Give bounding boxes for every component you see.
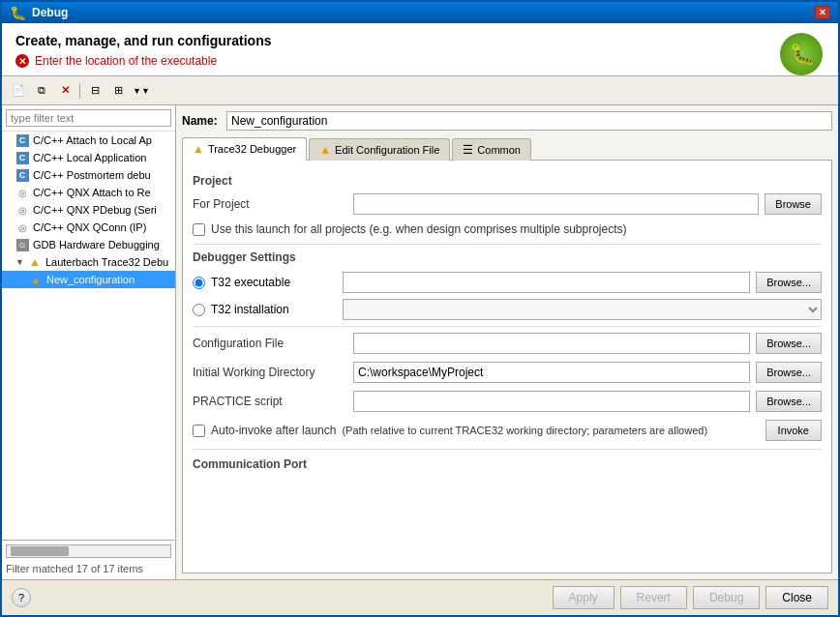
apply-btn[interactable]: Apply xyxy=(553,586,615,609)
config-content: Project For Project Browse Use this laun… xyxy=(182,161,832,573)
header-error: ✕ Enter the location of the executable xyxy=(15,54,825,68)
tree-area: C C/C++ Attach to Local Ap C C/C++ Local… xyxy=(2,132,175,540)
filter-btn[interactable]: ▼▼ xyxy=(131,80,152,102)
for-project-browse-btn[interactable]: Browse xyxy=(765,193,822,215)
name-row: Name: xyxy=(182,111,832,131)
tree-item-new-config[interactable]: ▲ New_configuration xyxy=(2,271,175,288)
tree-item-gdb[interactable]: G GDB Hardware Debugging xyxy=(2,236,175,253)
title-bar: 🐛 Debug ✕ xyxy=(2,2,838,23)
window-icon: 🐛 xyxy=(10,5,26,20)
section-divider-3 xyxy=(193,449,822,450)
trace32-child-icon: ▲ xyxy=(29,273,43,286)
duplicate-config-btn[interactable]: ⧉ xyxy=(31,80,52,102)
collapse-all-btn[interactable]: ⊟ xyxy=(84,80,105,102)
qnx-icon-3: ◎ xyxy=(15,220,29,234)
debug-btn[interactable]: Debug xyxy=(693,586,760,609)
practice-script-browse-btn[interactable]: Browse... xyxy=(756,391,822,412)
help-btn[interactable]: ? xyxy=(12,588,31,607)
tab-edit-config[interactable]: ▲ Edit Configuration File xyxy=(309,138,450,161)
trace32-tab-icon: ▲ xyxy=(193,142,204,156)
filter-input-wrap xyxy=(2,105,175,132)
tree-item-c-qnx-attach[interactable]: ◎ C/C++ QNX Attach to Re xyxy=(2,184,175,201)
tree-item-label: C/C++ QNX PDebug (Seri xyxy=(33,204,157,216)
tree-item-c-local[interactable]: C C/C++ Local Application xyxy=(2,149,175,166)
tree-item-c-qnx-pdebug[interactable]: ◎ C/C++ QNX PDebug (Seri xyxy=(2,201,175,219)
tree-item-label: GDB Hardware Debugging xyxy=(33,239,160,250)
project-section-label: Project xyxy=(193,174,822,188)
t32-installation-radio[interactable] xyxy=(193,304,205,316)
filter-status: Filter matched 17 of 17 items xyxy=(6,563,143,574)
config-file-input[interactable] xyxy=(353,333,750,354)
config-file-row: Configuration File Browse... xyxy=(193,333,822,354)
tree-item-c-qnx-qconn[interactable]: ◎ C/C++ QNX QConn (IP) xyxy=(2,219,175,236)
scrollbar[interactable] xyxy=(6,544,171,558)
tab-trace32[interactable]: ▲ Trace32 Debugger xyxy=(182,137,307,161)
filter-input[interactable] xyxy=(6,109,171,127)
bug-logo: 🐛 xyxy=(780,33,823,75)
t32-installation-row: T32 installation xyxy=(193,299,822,320)
c-icon-1: C xyxy=(15,133,29,147)
tab-common[interactable]: ☰ Common xyxy=(452,138,531,161)
communication-port-label: Communication Port xyxy=(193,457,822,471)
tree-item-label: C/C++ QNX QConn (IP) xyxy=(33,221,146,233)
tree-item-c-attach[interactable]: C C/C++ Attach to Local Ap xyxy=(2,132,175,149)
section-divider-2 xyxy=(193,326,822,327)
expand-all-btn[interactable]: ⊞ xyxy=(107,80,129,102)
practice-script-row: PRACTICE script Browse... xyxy=(193,391,822,412)
error-message: Enter the location of the executable xyxy=(35,54,217,68)
auto-invoke-hint: (Path relative to current TRACE32 workin… xyxy=(342,425,759,436)
tree-item-label: C/C++ Postmortem debu xyxy=(33,169,151,181)
bottom-left: ? xyxy=(12,588,31,607)
t32-executable-label: T32 executable xyxy=(211,276,337,289)
tree-item-label: C/C++ Attach to Local Ap xyxy=(33,134,152,146)
bottom-bar: ? Apply Revert Debug Close xyxy=(2,579,838,615)
revert-btn[interactable]: Revert xyxy=(620,586,687,609)
tree-item-label: Lauterbach Trace32 Debu xyxy=(45,256,168,268)
toolbar: 📄 ⧉ ✕ ⊟ ⊞ ▼▼ xyxy=(2,76,838,105)
close-btn[interactable]: Close xyxy=(765,586,828,609)
working-dir-input[interactable] xyxy=(353,362,750,383)
tab-common-label: Common xyxy=(477,144,521,156)
tree-item-label: New_configuration xyxy=(46,274,135,285)
delete-config-btn[interactable]: ✕ xyxy=(54,80,75,102)
close-window-btn[interactable]: ✕ xyxy=(815,6,830,19)
c-icon-2: C xyxy=(15,151,29,164)
expand-arrow: ▼ xyxy=(15,257,24,267)
left-panel-bottom: Filter matched 17 of 17 items xyxy=(2,540,175,579)
for-project-input[interactable] xyxy=(353,193,759,215)
invoke-btn[interactable]: Invoke xyxy=(765,420,822,441)
trace32-group-icon: ▲ xyxy=(28,255,42,269)
tree-item-lauterbach-group[interactable]: ▼ ▲ Lauterbach Trace32 Debu xyxy=(2,253,175,271)
debugger-settings-label: Debugger Settings xyxy=(193,250,822,264)
config-file-label: Configuration File xyxy=(193,337,347,350)
auto-invoke-label: Auto-invoke after launch xyxy=(211,424,336,437)
debug-window: 🐛 Debug ✕ Create, manage, and run config… xyxy=(0,0,840,617)
t32-executable-row: T32 executable Browse... xyxy=(193,272,822,293)
t32-executable-browse-btn[interactable]: Browse... xyxy=(756,272,822,293)
name-input[interactable] xyxy=(226,111,832,131)
practice-script-input[interactable] xyxy=(353,391,750,412)
t32-executable-input[interactable] xyxy=(343,272,750,293)
working-dir-browse-btn[interactable]: Browse... xyxy=(756,362,822,383)
use-launch-label: Use this launch for all projects (e.g. w… xyxy=(211,222,627,236)
toolbar-sep-1 xyxy=(79,83,80,99)
use-launch-checkbox[interactable] xyxy=(193,223,205,236)
edit-config-tab-icon: ▲ xyxy=(319,143,331,157)
auto-invoke-checkbox[interactable] xyxy=(193,425,205,437)
t32-executable-radio[interactable] xyxy=(193,277,205,289)
config-file-browse-btn[interactable]: Browse... xyxy=(756,333,822,354)
new-config-btn[interactable]: 📄 xyxy=(8,80,29,102)
window-title: Debug xyxy=(32,6,68,19)
tab-trace32-label: Trace32 Debugger xyxy=(208,143,296,155)
main-content: C C/C++ Attach to Local Ap C C/C++ Local… xyxy=(2,105,838,579)
working-dir-label: Initial Working Directory xyxy=(193,366,347,379)
tabs-bar: ▲ Trace32 Debugger ▲ Edit Configuration … xyxy=(182,136,832,161)
auto-invoke-row: Auto-invoke after launch (Path relative … xyxy=(193,420,822,441)
page-title: Create, manage, and run configurations xyxy=(15,33,825,48)
title-bar-buttons: ✕ xyxy=(815,6,830,19)
t32-installation-select[interactable] xyxy=(343,299,822,320)
tree-item-c-postmortem[interactable]: C C/C++ Postmortem debu xyxy=(2,166,175,184)
error-icon: ✕ xyxy=(15,54,29,68)
title-bar-left: 🐛 Debug xyxy=(10,5,68,20)
section-divider-1 xyxy=(193,244,822,245)
